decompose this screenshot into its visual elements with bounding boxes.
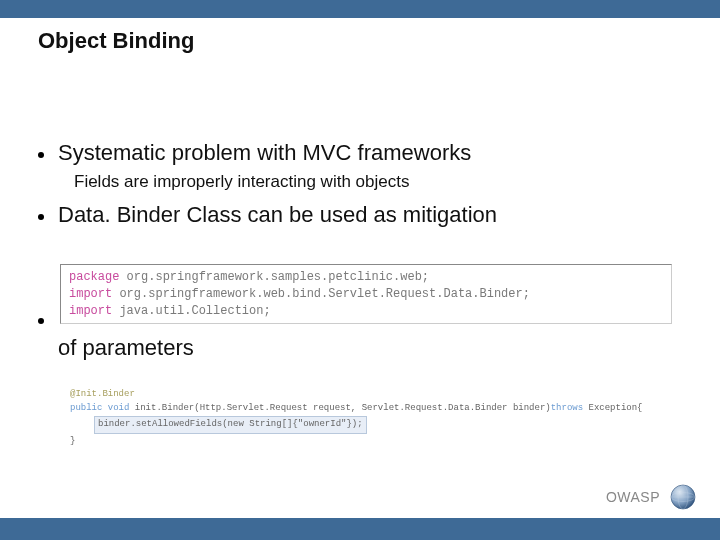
bullet-1-text: Systematic problem with MVC frameworks <box>58 140 471 166</box>
bullet-3 <box>38 306 58 324</box>
keyword-import: import <box>69 304 112 318</box>
keyword-throws: throws <box>551 403 583 413</box>
code-snippet-initbinder: @Init.Binder public void init.Binder(Htt… <box>70 388 670 448</box>
import-path: java.util.Collection; <box>112 304 270 318</box>
globe-icon <box>670 484 696 510</box>
slide: Object Binding Systematic problem with M… <box>0 0 720 540</box>
bullet-2: Data. Binder Class can be used as mitiga… <box>38 202 682 228</box>
keyword-import: import <box>69 287 112 301</box>
annotation: @Init.Binder <box>70 389 135 399</box>
footer: OWASP <box>606 484 696 510</box>
bullet-2-text: Data. Binder Class can be used as mitiga… <box>58 202 497 228</box>
import-path: org.springframework.web.bind.Servlet.Req… <box>112 287 530 301</box>
code-line: binder.setAllowedFields(new String[]{"ow… <box>70 415 670 435</box>
bullet-1: Systematic problem with MVC frameworks <box>38 140 682 166</box>
code-line: } <box>70 435 670 449</box>
code-line: public void init.Binder(Http.Servlet.Req… <box>70 402 670 416</box>
keyword-public-void: public void <box>70 403 129 413</box>
highlighted-call: binder.setAllowedFields(new String[]{"ow… <box>94 416 367 434</box>
exception-part: Exception{ <box>583 403 642 413</box>
bullet-list: Systematic problem with MVC frameworks F… <box>38 140 682 234</box>
of-parameters-text: of parameters <box>58 335 194 361</box>
bullet-dot-icon <box>38 318 44 324</box>
bullet-1-sub: Fields are improperly interacting with o… <box>74 172 682 192</box>
top-bar <box>0 0 720 18</box>
code-snippet-imports: package org.springframework.samples.petc… <box>60 264 672 324</box>
slide-title: Object Binding <box>38 28 194 54</box>
bottom-bar <box>0 518 720 540</box>
code-line: package org.springframework.samples.petc… <box>69 269 663 286</box>
method-sig: init.Binder(Http.Servlet.Request request… <box>129 403 550 413</box>
footer-label: OWASP <box>606 489 660 505</box>
keyword-package: package <box>69 270 119 284</box>
bullet-dot-icon <box>38 214 44 220</box>
code-line: import org.springframework.web.bind.Serv… <box>69 286 663 303</box>
code-line: import java.util.Collection; <box>69 303 663 320</box>
package-path: org.springframework.samples.petclinic.we… <box>119 270 429 284</box>
bullet-dot-icon <box>38 152 44 158</box>
code-line: @Init.Binder <box>70 388 670 402</box>
